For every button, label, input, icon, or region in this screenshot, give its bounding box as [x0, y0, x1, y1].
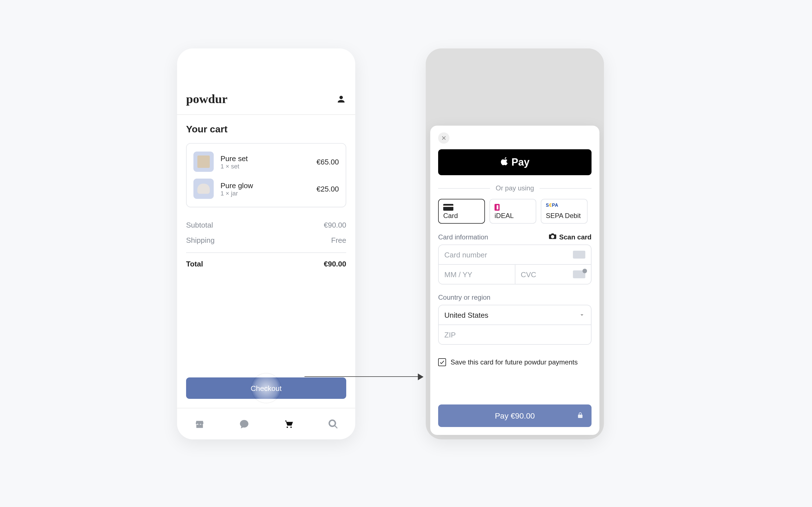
save-card-label: Save this card for future powdur payment…: [451, 358, 578, 366]
flow-arrow-icon: [305, 376, 423, 378]
close-icon: ✕: [441, 134, 446, 142]
summary-label: Shipping: [186, 236, 214, 244]
cart-item: Pure set 1 × set €65.00: [193, 148, 339, 175]
method-ideal[interactable]: iDEAL: [490, 199, 536, 224]
method-card[interactable]: Card: [438, 199, 485, 224]
camera-icon: [548, 233, 556, 241]
method-label: iDEAL: [495, 212, 531, 220]
cvc-icon: [573, 270, 585, 278]
product-thumb: [193, 179, 214, 199]
check-icon: [439, 359, 445, 365]
country-label: Country or region: [438, 293, 592, 301]
summary-label: Subtotal: [186, 221, 213, 229]
svg-rect-3: [497, 205, 499, 210]
cart-body: Your cart Pure set 1 × set €65.00 Pure g…: [177, 115, 355, 408]
card-brand-icon: [573, 251, 585, 259]
checkout-label: Checkout: [251, 384, 282, 392]
card-info-label: Card information: [438, 233, 488, 241]
item-sub: 1 × jar: [220, 189, 316, 196]
product-thumb: [193, 152, 214, 172]
item-price: €65.00: [316, 158, 339, 166]
svg-rect-0: [443, 204, 453, 211]
card-input-group: Card number MM / YY CVC: [438, 244, 592, 284]
item-name: Pure set: [220, 154, 316, 163]
divider: Or pay using: [438, 184, 592, 192]
brand-logo: powdur: [186, 92, 227, 107]
country-input-group: United States ZIP: [438, 305, 592, 345]
summary-value: Free: [331, 236, 346, 244]
country-select[interactable]: United States: [439, 305, 591, 325]
total-label: Total: [186, 260, 203, 268]
apple-pay-button[interactable]: Pay: [438, 149, 592, 175]
checkout-button[interactable]: Checkout: [186, 378, 346, 399]
canvas: powdur Your cart Pure set 1 × set €65.00: [0, 0, 812, 507]
svg-rect-1: [443, 206, 453, 207]
method-label: SEPA Debit: [546, 212, 582, 220]
payment-sheet: ✕ Pay Or pay using Card: [430, 126, 599, 435]
lock-icon: [577, 411, 583, 420]
method-label: Card: [443, 212, 480, 220]
close-button[interactable]: ✕: [438, 132, 449, 144]
placeholder: Card number: [444, 250, 487, 259]
item-price: €25.00: [316, 184, 339, 193]
cart-title: Your cart: [186, 124, 346, 135]
payment-methods[interactable]: Card iDEAL S€PA SEPA Debit B: [438, 199, 592, 224]
ideal-icon: [495, 203, 505, 210]
cart-items: Pure set 1 × set €65.00 Pure glow 1 × ja…: [186, 143, 346, 207]
scan-card-button[interactable]: Scan card: [548, 233, 592, 241]
placeholder: ZIP: [444, 330, 456, 339]
chevron-down-icon: [578, 312, 585, 318]
save-card-checkbox[interactable]: [438, 358, 446, 366]
item-sub: 1 × set: [220, 163, 316, 169]
summary-value: €90.00: [324, 221, 346, 229]
card-number-input[interactable]: Card number: [439, 245, 591, 264]
method-sepa[interactable]: S€PA SEPA Debit: [541, 199, 588, 224]
tab-bar: [177, 408, 355, 439]
placeholder: CVC: [521, 270, 536, 279]
card-label-row: Card information Scan card: [438, 233, 592, 241]
phone-payment: powdur ✕ Pay Or pay using: [426, 48, 604, 439]
apple-icon: [500, 156, 509, 168]
summary-row-total: Total €90.00: [186, 252, 346, 272]
tab-search[interactable]: [327, 418, 339, 430]
app-header: powdur: [177, 48, 355, 115]
placeholder: MM / YY: [444, 270, 472, 279]
tab-chat[interactable]: [238, 418, 250, 430]
cart-item: Pure glow 1 × jar €25.00: [193, 175, 339, 202]
save-card-row[interactable]: Save this card for future powdur payment…: [438, 358, 592, 366]
card-icon: [443, 203, 453, 210]
pay-button-label: Pay €90.00: [495, 411, 535, 420]
country-value: United States: [444, 311, 488, 319]
item-name: Pure glow: [220, 181, 316, 189]
sepa-icon: S€PA: [546, 203, 556, 210]
summary-row-subtotal: Subtotal €90.00: [186, 217, 346, 233]
pay-button[interactable]: Pay €90.00: [438, 404, 592, 427]
phone-cart: powdur Your cart Pure set 1 × set €65.00: [177, 48, 355, 439]
tab-store[interactable]: [193, 418, 206, 430]
card-expiry-input[interactable]: MM / YY: [439, 265, 515, 284]
divider-label: Or pay using: [496, 184, 534, 192]
zip-input[interactable]: ZIP: [439, 325, 591, 344]
card-cvc-input[interactable]: CVC: [515, 265, 591, 284]
scan-card-label: Scan card: [559, 233, 592, 241]
apple-pay-label: Pay: [511, 156, 529, 168]
tab-cart[interactable]: [282, 418, 295, 430]
summary-row-shipping: Shipping Free: [186, 233, 346, 248]
user-icon[interactable]: [336, 94, 346, 107]
total-value: €90.00: [324, 260, 346, 268]
